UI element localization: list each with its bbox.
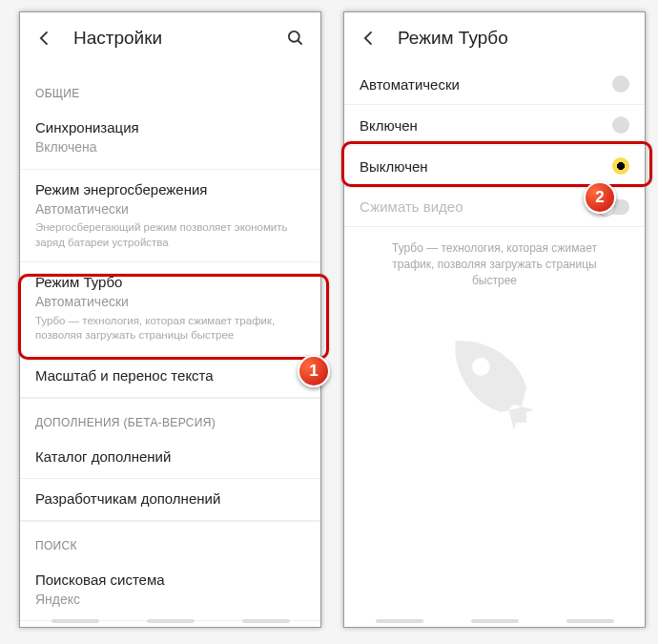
option-on[interactable]: Включен: [344, 105, 645, 146]
item-addons-catalog[interactable]: Каталог дополнений: [20, 437, 320, 479]
radio-icon-selected: [612, 157, 629, 175]
option-label: Включен: [360, 117, 418, 134]
callout-badge-1: 1: [298, 355, 330, 387]
item-title: Поисковая система: [35, 570, 305, 590]
item-power-saving[interactable]: Режим энергосбережения Автоматически Эне…: [20, 170, 320, 263]
rocket-icon: [412, 299, 577, 464]
option-label: Сжимать видео: [360, 198, 463, 215]
search-icon[interactable]: [280, 23, 311, 53]
item-value: Включена: [35, 138, 305, 157]
radio-icon: [612, 75, 629, 93]
android-navbar: [20, 619, 320, 623]
settings-screen: Настройки ОБЩИЕ Синхронизация Включена Р…: [19, 11, 321, 628]
item-title: Режим энергосбережения: [35, 179, 305, 199]
item-scale-wrap[interactable]: Масштаб и перенос текста: [20, 356, 320, 398]
item-title: Каталог дополнений: [35, 447, 305, 467]
section-general: ОБЩИЕ: [20, 64, 320, 108]
item-title: Масштаб и перенос текста: [35, 365, 305, 385]
radio-icon: [612, 116, 629, 134]
header: Режим Турбо: [344, 12, 645, 64]
svg-point-0: [289, 31, 299, 42]
item-addons-dev[interactable]: Разработчикам дополнений: [20, 479, 320, 521]
item-search-engine[interactable]: Поисковая система Яндекс: [20, 560, 320, 622]
item-title: Режим Турбо: [35, 272, 305, 292]
option-label: Автоматически: [360, 76, 460, 93]
item-value: Яндекс: [35, 591, 305, 610]
turbo-hint: Турбо — технология, которая сжимает траф…: [344, 227, 645, 288]
option-label: Выключен: [360, 158, 428, 175]
back-icon[interactable]: [354, 23, 384, 53]
item-desc: Энергосберегающий режим позволяет эконом…: [35, 220, 305, 250]
back-icon[interactable]: [30, 23, 60, 53]
item-value: Автоматически: [35, 293, 305, 312]
header: Настройки: [20, 12, 320, 64]
item-desc: Турбо — технология, которая сжимает траф…: [35, 314, 305, 343]
item-title: Синхронизация: [35, 117, 305, 137]
item-sync[interactable]: Синхронизация Включена: [20, 108, 320, 170]
section-addons: ДОПОЛНЕНИЯ (БЕТА-ВЕРСИЯ): [20, 398, 320, 437]
callout-badge-2: 2: [584, 181, 616, 214]
item-title: Разработчикам дополнений: [35, 488, 305, 509]
turbo-mode-screen: Режим Турбо Автоматически Включен Выключ…: [343, 11, 646, 628]
option-auto[interactable]: Автоматически: [344, 64, 645, 105]
page-title: Режим Турбо: [398, 28, 635, 49]
item-value: Автоматически: [35, 200, 305, 219]
section-search: ПОИСК: [20, 521, 320, 560]
item-turbo-mode[interactable]: Режим Турбо Автоматически Турбо — технол…: [20, 262, 320, 356]
page-title: Настройки: [73, 28, 280, 49]
android-navbar: [344, 619, 645, 623]
